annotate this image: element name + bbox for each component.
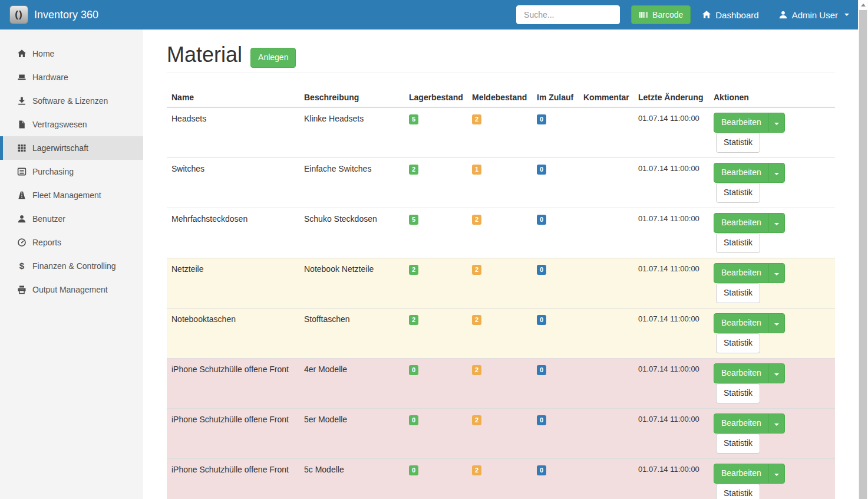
scrollbar-up-button[interactable] (858, 0, 868, 9)
sidebar-item-hardware[interactable]: Hardware (0, 65, 143, 89)
statistik-button[interactable]: Statistik (716, 383, 760, 403)
im-zulauf-cell: 0 (532, 358, 579, 408)
sidebar-item-fleet-management[interactable]: Fleet Management (0, 183, 143, 207)
bearbeiten-dropdown-toggle[interactable] (768, 413, 785, 434)
column-header-lagerbestand: Lagerbestand (404, 88, 467, 107)
im-zulauf-badge: 0 (537, 215, 546, 225)
aktionen-cell: BearbeitenStatistik (709, 107, 835, 157)
barcode-button[interactable]: Barcode (631, 5, 691, 24)
caret-down-icon (774, 123, 779, 125)
sidebar-item-software-lizenzen[interactable]: Software & Lizenzen (0, 89, 143, 113)
lagerbestand-cell: 0 (404, 458, 467, 499)
lagerbestand-badge: 0 (409, 465, 418, 475)
bearbeiten-button[interactable]: Bearbeiten (714, 413, 769, 434)
letzte-aenderung-cell: 01.07.14 11:00:00 (633, 208, 709, 258)
user-menu-label: Admin User (792, 10, 838, 20)
bearbeiten-button[interactable]: Bearbeiten (714, 213, 769, 233)
bearbeiten-button[interactable]: Bearbeiten (714, 363, 769, 383)
name-cell: Mehrfachsteckdosen (167, 208, 299, 258)
aktionen-cell: BearbeitenStatistik (709, 458, 835, 499)
sidebar-item-finanzen-controlling[interactable]: $Finanzen & Controlling (0, 254, 143, 278)
im-zulauf-badge: 0 (537, 465, 546, 475)
kommentar-cell (579, 458, 633, 499)
anlegen-button[interactable]: Anlegen (250, 48, 296, 68)
caret-down-icon (844, 14, 849, 16)
main-panel: Material Anlegen NameBeschreibungLagerbe… (143, 29, 858, 499)
meldebestand-badge: 2 (472, 215, 481, 225)
bearbeiten-button[interactable]: Bearbeiten (714, 163, 769, 183)
name-cell: iPhone Schutzhülle offene Front (167, 458, 299, 499)
aktionen-cell: BearbeitenStatistik (709, 358, 835, 408)
bearbeiten-dropdown-toggle[interactable] (768, 263, 785, 283)
kommentar-cell (579, 258, 633, 308)
bearbeiten-dropdown-toggle[interactable] (768, 464, 785, 484)
content-area: HomeHardwareSoftware & LizenzenVertragsw… (0, 29, 858, 499)
column-header-name: Name (167, 88, 299, 107)
name-cell: Notebooktaschen (167, 308, 299, 358)
sidebar-item-label: Reports (32, 238, 61, 247)
sidebar-item-label: Finanzen & Controlling (32, 261, 116, 271)
name-cell: iPhone Schutzhülle offene Front (167, 358, 299, 408)
im-zulauf-cell: 0 (532, 458, 579, 499)
user-icon (778, 10, 788, 19)
statistik-button[interactable]: Statistik (716, 183, 760, 203)
im-zulauf-badge: 0 (537, 415, 546, 425)
im-zulauf-badge: 0 (537, 265, 546, 275)
page-header: Material Anlegen (167, 42, 835, 68)
caret-down-icon (774, 323, 779, 326)
bearbeiten-button[interactable]: Bearbeiten (714, 113, 769, 133)
sidebar-item-benutzer[interactable]: Benutzer (0, 207, 143, 231)
bearbeiten-button[interactable]: Bearbeiten (714, 464, 769, 484)
bearbeiten-button[interactable]: Bearbeiten (714, 263, 769, 283)
letzte-aenderung-cell: 01.07.14 11:00:00 (633, 308, 709, 358)
meldebestand-cell: 2 (467, 358, 532, 408)
meldebestand-cell: 2 (467, 308, 532, 358)
column-header-beschreibung: Beschreibung (299, 88, 404, 107)
edit-button-group: Bearbeiten (714, 464, 785, 484)
bearbeiten-dropdown-toggle[interactable] (768, 163, 785, 183)
meldebestand-cell: 1 (467, 157, 532, 208)
edit-button-group: Bearbeiten (714, 163, 785, 183)
sidebar-item-label: Vertragswesen (32, 120, 87, 129)
sidebar-item-label: Purchasing (32, 167, 74, 176)
bearbeiten-dropdown-toggle[interactable] (768, 363, 785, 383)
page-title: Material (167, 43, 242, 67)
aktionen-cell: BearbeitenStatistik (709, 408, 835, 458)
sidebar-item-lagerwirtschaft[interactable]: Lagerwirtschaft (0, 136, 143, 160)
sidebar-item-vertragswesen[interactable]: Vertragswesen (0, 113, 143, 136)
search-input[interactable] (516, 5, 620, 24)
bearbeiten-dropdown-toggle[interactable] (768, 113, 785, 133)
dashboard-link-label: Dashboard (715, 10, 758, 20)
sidebar-item-label: Hardware (32, 73, 68, 82)
im-zulauf-badge: 0 (537, 315, 546, 325)
statistik-button[interactable]: Statistik (716, 283, 760, 303)
beschreibung-cell: Schuko Steckdosen (299, 208, 404, 258)
sidebar-item-home[interactable]: Home (0, 42, 143, 65)
statistik-button[interactable]: Statistik (716, 333, 760, 353)
im-zulauf-badge: 0 (537, 165, 546, 175)
kommentar-cell (579, 358, 633, 408)
statistik-button[interactable]: Statistik (716, 233, 760, 253)
statistik-button[interactable]: Statistik (716, 484, 760, 499)
statistik-button[interactable]: Statistik (716, 434, 760, 454)
sidebar-item-output-management[interactable]: Output Management (0, 278, 143, 301)
dashboard-link[interactable]: Dashboard (702, 10, 758, 20)
bearbeiten-button[interactable]: Bearbeiten (714, 313, 769, 333)
sidebar-item-purchasing[interactable]: Purchasing (0, 160, 143, 183)
bearbeiten-dropdown-toggle[interactable] (768, 313, 785, 333)
user-menu[interactable]: Admin User (778, 10, 849, 20)
letzte-aenderung-cell: 01.07.14 11:00:00 (633, 157, 709, 208)
lagerbestand-badge: 2 (409, 315, 418, 325)
caret-down-icon (774, 223, 779, 225)
hardware-icon (17, 73, 27, 82)
meldebestand-badge: 2 (472, 265, 481, 275)
bearbeiten-dropdown-toggle[interactable] (768, 213, 785, 233)
im-zulauf-cell: 0 (532, 258, 579, 308)
sidebar-item-label: Home (32, 49, 54, 58)
sidebar-item-reports[interactable]: Reports (0, 231, 143, 254)
scrollbar-thumb[interactable] (859, 10, 867, 499)
letzte-aenderung-cell: 01.07.14 11:00:00 (633, 258, 709, 308)
dollar-icon: $ (17, 261, 27, 271)
statistik-button[interactable]: Statistik (716, 133, 760, 153)
brand[interactable]: () Inventory 360 (9, 5, 98, 24)
